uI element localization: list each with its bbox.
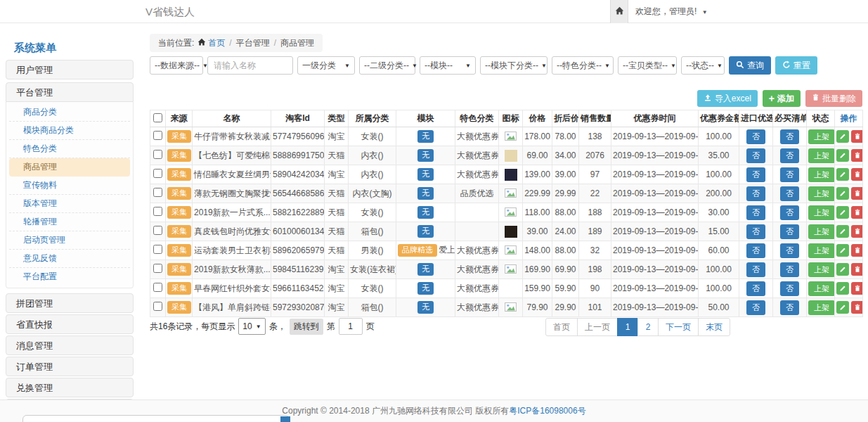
filter-item-type-select[interactable]: --宝贝类型--▼ — [618, 56, 677, 75]
must-buy-toggle-button[interactable]: 否 — [780, 148, 799, 163]
row-checkbox[interactable] — [153, 283, 162, 292]
import-select-toggle-button[interactable]: 否 — [746, 224, 765, 239]
edit-button[interactable] — [836, 282, 849, 295]
sidebar-item-feedback[interactable]: 意见反馈 — [9, 250, 130, 268]
sidebar-panel-order-management[interactable]: 订单管理 — [6, 357, 134, 376]
edit-button[interactable] — [836, 244, 849, 257]
pager-page-1[interactable]: 1 — [617, 318, 638, 336]
delete-button[interactable] — [851, 301, 863, 314]
filter-status-select[interactable]: --状态--▼ — [681, 56, 725, 75]
sidebar-panel-express-news[interactable]: 省直快报 — [6, 314, 134, 334]
delete-button[interactable] — [851, 282, 863, 295]
row-checkbox[interactable] — [153, 264, 162, 273]
row-checkbox[interactable] — [153, 169, 162, 178]
row-checkbox[interactable] — [153, 226, 162, 235]
edit-button[interactable] — [836, 206, 849, 219]
row-checkbox[interactable] — [153, 245, 162, 254]
pager-first[interactable]: 首页 — [545, 318, 578, 336]
sidebar-item-module-product-category[interactable]: 模块商品分类 — [9, 122, 130, 140]
icp-link[interactable]: 粤ICP备16098006号 — [509, 406, 585, 416]
sidebar-item-platform-config[interactable]: 平台配置 — [9, 268, 130, 286]
row-checkbox[interactable] — [153, 150, 162, 159]
delete-button[interactable] — [851, 187, 863, 200]
must-buy-toggle-button[interactable]: 否 — [780, 300, 799, 315]
import-select-toggle-button[interactable]: 否 — [746, 167, 765, 182]
select-all-checkbox[interactable] — [153, 113, 162, 122]
sidebar-panel-user-management[interactable]: 用户管理 — [6, 60, 134, 79]
filter-level1-category-select[interactable]: 一级分类▼ — [297, 56, 355, 75]
status-button[interactable]: 上架 — [808, 262, 835, 277]
add-button[interactable]: +添加 — [763, 90, 801, 107]
must-buy-toggle-button[interactable]: 否 — [780, 281, 799, 296]
sidebar-panel-message-management[interactable]: 消息管理 — [6, 335, 134, 355]
filter-data-source-select[interactable]: --数据来源--▼ — [150, 56, 203, 75]
sidebar-panel-platform-management[interactable]: 平台管理 — [6, 82, 134, 102]
per-page-select[interactable]: 10▼ — [238, 318, 265, 335]
import-select-toggle-button[interactable]: 否 — [746, 148, 765, 163]
import-select-toggle-button[interactable]: 否 — [746, 262, 765, 277]
sidebar-item-carousel-management[interactable]: 轮播管理 — [9, 213, 130, 231]
status-button[interactable]: 上架 — [808, 186, 835, 201]
name-search-input[interactable] — [207, 56, 293, 75]
delete-button[interactable] — [851, 130, 863, 143]
edit-button[interactable] — [836, 130, 849, 143]
pager-prev[interactable]: 上一页 — [577, 318, 618, 336]
edit-button[interactable] — [836, 149, 849, 162]
row-checkbox[interactable] — [153, 188, 162, 197]
search-button[interactable]: 查询 — [729, 56, 771, 75]
breadcrumb-home-link[interactable]: 首页 — [208, 38, 225, 48]
filter-level2-category-select[interactable]: --二级分类--▼ — [359, 56, 415, 75]
delete-button[interactable] — [851, 244, 863, 257]
must-buy-toggle-button[interactable]: 否 — [780, 224, 799, 239]
status-button[interactable]: 上架 — [808, 148, 835, 163]
filter-feature-category-select[interactable]: --特色分类--▼ — [552, 56, 614, 75]
filter-module-select[interactable]: --模块--▼ — [420, 56, 476, 75]
must-buy-toggle-button[interactable]: 否 — [780, 167, 799, 182]
import-select-toggle-button[interactable]: 否 — [746, 243, 765, 258]
must-buy-toggle-button[interactable]: 否 — [780, 129, 799, 144]
status-button[interactable]: 上架 — [808, 243, 835, 258]
reset-button[interactable]: 重置 — [775, 56, 817, 75]
sidebar-panel-group-buy-management[interactable]: 拼团管理 — [6, 293, 134, 313]
row-checkbox[interactable] — [153, 302, 162, 311]
delete-button[interactable] — [851, 149, 863, 162]
status-button[interactable]: 上架 — [808, 300, 835, 315]
status-button[interactable]: 上架 — [808, 224, 835, 239]
must-buy-toggle-button[interactable]: 否 — [780, 243, 799, 258]
sidebar-item-splash-page-management[interactable]: 启动页管理 — [9, 231, 130, 250]
must-buy-toggle-button[interactable]: 否 — [780, 186, 799, 201]
jump-to-chip[interactable]: 跳转到 — [290, 319, 323, 335]
home-shortcut-button[interactable] — [610, 0, 628, 23]
filter-module-sub-category-select[interactable]: --模块下分类--▼ — [480, 56, 548, 75]
edit-button[interactable] — [836, 263, 849, 276]
import-select-toggle-button[interactable]: 否 — [746, 281, 765, 296]
status-button[interactable]: 上架 — [808, 167, 835, 182]
row-checkbox[interactable] — [153, 207, 162, 216]
sidebar-item-promo-materials[interactable]: 宣传物料 — [9, 177, 130, 195]
import-excel-button[interactable]: 导入excel — [697, 90, 758, 107]
delete-button[interactable] — [851, 263, 863, 276]
edit-button[interactable] — [836, 168, 849, 181]
import-select-toggle-button[interactable]: 否 — [746, 129, 765, 144]
status-button[interactable]: 上架 — [808, 205, 835, 220]
delete-button[interactable] — [851, 206, 863, 219]
sidebar-panel-exchange-management[interactable]: 兑换管理 — [6, 378, 134, 397]
page-number-input[interactable] — [339, 318, 363, 335]
batch-delete-button[interactable]: 批量删除 — [805, 90, 862, 107]
status-button[interactable]: 上架 — [808, 281, 835, 296]
user-menu[interactable]: 欢迎您，管理员! ▼ — [635, 0, 708, 24]
edit-button[interactable] — [836, 187, 849, 200]
must-buy-toggle-button[interactable]: 否 — [780, 262, 799, 277]
sidebar-item-product-management[interactable]: 商品管理 — [9, 158, 130, 177]
edit-button[interactable] — [836, 225, 849, 238]
sidebar-item-version-management[interactable]: 版本管理 — [9, 195, 130, 213]
row-checkbox[interactable] — [153, 131, 162, 140]
import-select-toggle-button[interactable]: 否 — [746, 186, 765, 201]
status-button[interactable]: 上架 — [808, 129, 835, 144]
pager-page-2[interactable]: 2 — [637, 318, 659, 336]
must-buy-toggle-button[interactable]: 否 — [780, 205, 799, 220]
delete-button[interactable] — [851, 225, 863, 238]
import-select-toggle-button[interactable]: 否 — [746, 300, 765, 315]
pager-next[interactable]: 下一页 — [658, 318, 699, 336]
delete-button[interactable] — [851, 168, 863, 181]
